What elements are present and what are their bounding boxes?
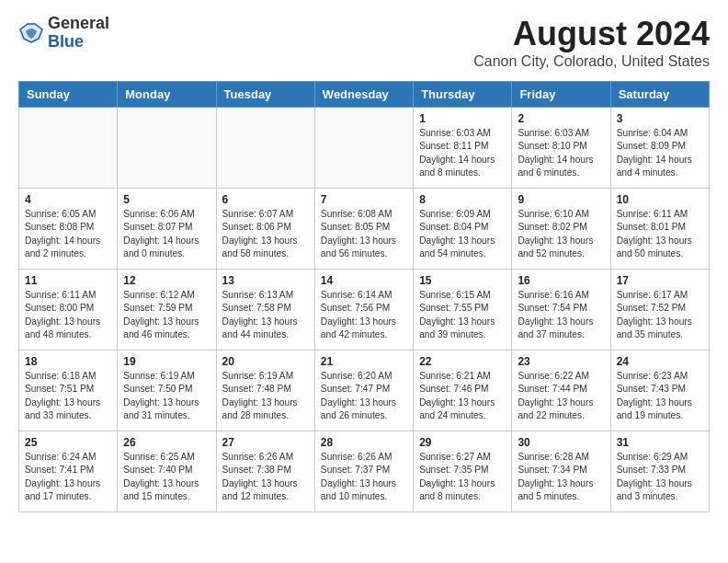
calendar-cell: 3Sunrise: 6:04 AM Sunset: 8:09 PM Daylig… [610, 108, 709, 189]
calendar-col-header: Friday [512, 82, 610, 108]
calendar-cell: 4Sunrise: 6:05 AM Sunset: 8:08 PM Daylig… [19, 189, 118, 270]
week-row-1: 1Sunrise: 6:03 AM Sunset: 8:11 PM Daylig… [19, 108, 710, 189]
calendar-cell: 29Sunrise: 6:27 AM Sunset: 7:35 PM Dayli… [414, 431, 512, 512]
calendar-cell: 24Sunrise: 6:23 AM Sunset: 7:43 PM Dayli… [610, 350, 709, 431]
day-info: Sunrise: 6:13 AM Sunset: 7:58 PM Dayligh… [222, 289, 309, 341]
calendar-cell: 9Sunrise: 6:10 AM Sunset: 8:02 PM Daylig… [512, 189, 610, 270]
day-number: 7 [321, 193, 407, 206]
day-number: 12 [123, 274, 210, 287]
calendar-cell: 28Sunrise: 6:26 AM Sunset: 7:37 PM Dayli… [314, 431, 413, 512]
calendar-cell: 8Sunrise: 6:09 AM Sunset: 8:04 PM Daylig… [414, 189, 512, 270]
calendar-cell: 30Sunrise: 6:28 AM Sunset: 7:34 PM Dayli… [512, 431, 610, 512]
calendar-cell: 14Sunrise: 6:14 AM Sunset: 7:56 PM Dayli… [314, 270, 413, 350]
day-info: Sunrise: 6:28 AM Sunset: 7:34 PM Dayligh… [518, 451, 604, 503]
day-info: Sunrise: 6:16 AM Sunset: 7:54 PM Dayligh… [518, 289, 604, 341]
calendar-cell [216, 108, 314, 189]
calendar-cell: 26Sunrise: 6:25 AM Sunset: 7:40 PM Dayli… [118, 431, 216, 512]
day-info: Sunrise: 6:12 AM Sunset: 7:59 PM Dayligh… [123, 289, 210, 341]
calendar-cell: 23Sunrise: 6:22 AM Sunset: 7:44 PM Dayli… [512, 350, 610, 431]
logo: General Blue [18, 15, 109, 52]
calendar-cell: 2Sunrise: 6:03 AM Sunset: 8:10 PM Daylig… [512, 108, 610, 189]
day-info: Sunrise: 6:06 AM Sunset: 8:07 PM Dayligh… [123, 208, 210, 260]
day-info: Sunrise: 6:11 AM Sunset: 8:00 PM Dayligh… [25, 289, 111, 341]
calendar-col-header: Sunday [19, 82, 118, 108]
day-number: 22 [419, 355, 506, 368]
week-row-4: 18Sunrise: 6:18 AM Sunset: 7:51 PM Dayli… [19, 350, 710, 431]
calendar-cell: 21Sunrise: 6:20 AM Sunset: 7:47 PM Dayli… [314, 350, 413, 431]
day-number: 15 [419, 274, 506, 287]
day-info: Sunrise: 6:10 AM Sunset: 8:02 PM Dayligh… [518, 208, 604, 260]
day-info: Sunrise: 6:25 AM Sunset: 7:40 PM Dayligh… [123, 451, 210, 503]
day-number: 23 [518, 355, 604, 368]
title-section: August 2024 Canon City, Colorado, United… [473, 15, 710, 70]
day-info: Sunrise: 6:26 AM Sunset: 7:37 PM Dayligh… [321, 451, 407, 503]
calendar-cell: 20Sunrise: 6:19 AM Sunset: 7:48 PM Dayli… [216, 350, 314, 431]
calendar-cell: 5Sunrise: 6:06 AM Sunset: 8:07 PM Daylig… [118, 189, 216, 270]
calendar-table: SundayMondayTuesdayWednesdayThursdayFrid… [18, 81, 710, 512]
day-number: 27 [222, 436, 309, 449]
day-info: Sunrise: 6:17 AM Sunset: 7:52 PM Dayligh… [617, 289, 703, 341]
day-info: Sunrise: 6:15 AM Sunset: 7:55 PM Dayligh… [419, 289, 506, 341]
day-info: Sunrise: 6:05 AM Sunset: 8:08 PM Dayligh… [25, 208, 111, 260]
day-number: 26 [123, 436, 210, 449]
day-info: Sunrise: 6:03 AM Sunset: 8:11 PM Dayligh… [419, 127, 506, 179]
logo-text: General Blue [48, 15, 109, 52]
day-number: 1 [419, 112, 506, 125]
day-info: Sunrise: 6:18 AM Sunset: 7:51 PM Dayligh… [25, 370, 111, 422]
day-info: Sunrise: 6:19 AM Sunset: 7:50 PM Dayligh… [123, 370, 210, 422]
day-info: Sunrise: 6:08 AM Sunset: 8:05 PM Dayligh… [321, 208, 407, 260]
main-title: August 2024 [473, 15, 710, 53]
calendar-cell: 6Sunrise: 6:07 AM Sunset: 8:06 PM Daylig… [216, 189, 314, 270]
week-row-5: 25Sunrise: 6:24 AM Sunset: 7:41 PM Dayli… [19, 431, 710, 512]
day-info: Sunrise: 6:14 AM Sunset: 7:56 PM Dayligh… [321, 289, 407, 341]
header: General Blue August 2024 Canon City, Col… [18, 15, 710, 70]
day-number: 24 [617, 355, 703, 368]
calendar-cell: 27Sunrise: 6:26 AM Sunset: 7:38 PM Dayli… [216, 431, 314, 512]
day-info: Sunrise: 6:04 AM Sunset: 8:09 PM Dayligh… [617, 127, 703, 179]
day-number: 5 [123, 193, 210, 206]
calendar-cell: 19Sunrise: 6:19 AM Sunset: 7:50 PM Dayli… [118, 350, 216, 431]
calendar-cell: 10Sunrise: 6:11 AM Sunset: 8:01 PM Dayli… [610, 189, 709, 270]
calendar-cell: 25Sunrise: 6:24 AM Sunset: 7:41 PM Dayli… [19, 431, 118, 512]
day-info: Sunrise: 6:09 AM Sunset: 8:04 PM Dayligh… [419, 208, 506, 260]
day-number: 29 [419, 436, 506, 449]
day-number: 6 [222, 193, 309, 206]
day-info: Sunrise: 6:21 AM Sunset: 7:46 PM Dayligh… [419, 370, 506, 422]
subtitle: Canon City, Colorado, United States [473, 53, 710, 70]
calendar-cell: 15Sunrise: 6:15 AM Sunset: 7:55 PM Dayli… [414, 270, 512, 350]
day-number: 19 [123, 355, 210, 368]
day-number: 13 [222, 274, 309, 287]
day-number: 31 [617, 436, 703, 449]
calendar-body: 1Sunrise: 6:03 AM Sunset: 8:11 PM Daylig… [19, 108, 710, 512]
calendar-cell [19, 108, 118, 189]
day-number: 17 [617, 274, 703, 287]
day-number: 9 [518, 193, 604, 206]
calendar-cell: 17Sunrise: 6:17 AM Sunset: 7:52 PM Dayli… [610, 270, 709, 350]
day-info: Sunrise: 6:20 AM Sunset: 7:47 PM Dayligh… [321, 370, 407, 422]
day-number: 30 [518, 436, 604, 449]
calendar-cell [314, 108, 413, 189]
day-number: 11 [25, 274, 111, 287]
day-info: Sunrise: 6:03 AM Sunset: 8:10 PM Dayligh… [518, 127, 604, 179]
calendar-cell: 18Sunrise: 6:18 AM Sunset: 7:51 PM Dayli… [19, 350, 118, 431]
calendar-cell: 1Sunrise: 6:03 AM Sunset: 8:11 PM Daylig… [414, 108, 512, 189]
calendar-cell [118, 108, 216, 189]
day-info: Sunrise: 6:26 AM Sunset: 7:38 PM Dayligh… [222, 451, 309, 503]
calendar-col-header: Saturday [610, 82, 709, 108]
day-number: 16 [518, 274, 604, 287]
day-info: Sunrise: 6:23 AM Sunset: 7:43 PM Dayligh… [617, 370, 703, 422]
day-info: Sunrise: 6:27 AM Sunset: 7:35 PM Dayligh… [419, 451, 506, 503]
day-number: 3 [617, 112, 703, 125]
day-number: 28 [321, 436, 407, 449]
calendar-col-header: Wednesday [314, 82, 413, 108]
day-info: Sunrise: 6:22 AM Sunset: 7:44 PM Dayligh… [518, 370, 604, 422]
week-row-3: 11Sunrise: 6:11 AM Sunset: 8:00 PM Dayli… [19, 270, 710, 350]
calendar-cell: 31Sunrise: 6:29 AM Sunset: 7:33 PM Dayli… [610, 431, 709, 512]
calendar-col-header: Monday [118, 82, 216, 108]
day-number: 2 [518, 112, 604, 125]
day-number: 10 [617, 193, 703, 206]
calendar-cell: 11Sunrise: 6:11 AM Sunset: 8:00 PM Dayli… [19, 270, 118, 350]
week-row-2: 4Sunrise: 6:05 AM Sunset: 8:08 PM Daylig… [19, 189, 710, 270]
day-number: 4 [25, 193, 111, 206]
calendar-header-row: SundayMondayTuesdayWednesdayThursdayFrid… [19, 82, 710, 108]
